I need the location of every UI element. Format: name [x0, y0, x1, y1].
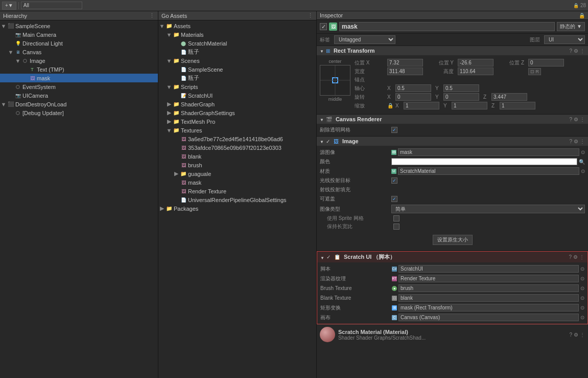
hierarchy-item-textures[interactable]: ▼ 📁 Textures — [158, 126, 316, 135]
rect-visual[interactable] — [320, 65, 350, 96]
hierarchy-item-tex2[interactable]: 🖼 353afdce70865e09b697f20123e0303 — [158, 143, 316, 152]
hierarchy-item-blank[interactable]: 🖼 blank — [158, 152, 316, 161]
script-field[interactable] — [398, 265, 579, 273]
hierarchy-item-text[interactable]: T Text (TMP) — [0, 65, 158, 74]
hierarchy-item-vase1[interactable]: 📄 瓶子 — [158, 48, 316, 56]
cr-help-btn[interactable]: ? — [569, 117, 572, 122]
hierarchy-item-textmeshpro[interactable]: ▶ 📁 TextMesh Pro — [158, 117, 316, 126]
hierarchy-item-mask_asset[interactable]: 🖼 mask — [158, 178, 316, 187]
height-input[interactable] — [458, 68, 493, 75]
canvas-ref-field[interactable] — [398, 314, 579, 321]
raycast-checkbox[interactable] — [391, 177, 397, 184]
tag-select[interactable]: Untagged — [334, 35, 395, 44]
hierarchy-item-shadergraphsettings[interactable]: ▶ 📁 ShaderGraphSettings — [158, 108, 316, 117]
width-input[interactable] — [387, 68, 423, 75]
rot-z-input[interactable] — [491, 93, 527, 101]
source-image-field[interactable] — [398, 148, 579, 156]
hierarchy-item-samplescene[interactable]: ▼ ⬛ SampleScene — [0, 21, 158, 30]
image-type-select[interactable]: 简单 — [391, 205, 585, 213]
hierarchy-item-rendertexture[interactable]: 🖼 Render Texture — [158, 187, 316, 195]
maskable-checkbox[interactable] — [391, 196, 397, 202]
obj-name-field[interactable] — [339, 22, 555, 31]
rect-settings-btn[interactable]: ⚙ — [574, 48, 578, 54]
preserve-ratio-checkbox[interactable] — [393, 224, 399, 230]
rot-x-input[interactable] — [395, 93, 431, 101]
brush-field[interactable] — [398, 284, 579, 292]
color-swatch[interactable] — [391, 158, 577, 165]
pivot-x-input[interactable] — [395, 84, 431, 92]
hierarchy-item-dirlight[interactable]: 💡 Directional Light — [0, 39, 158, 48]
hierarchy-item-eventsystem[interactable]: ⬡ EventSystem — [0, 82, 158, 91]
sui-help-btn[interactable]: ? — [569, 254, 572, 260]
hierarchy-menu-btn[interactable]: ⋮ — [149, 12, 155, 19]
rect-transform-header[interactable]: ⊞ Rect Transform ? ⚙ ⋮ — [317, 46, 588, 55]
rot-y-input[interactable] — [443, 93, 479, 101]
hierarchy-item-tex1[interactable]: 🖼 3a6ed7be77c2ed4f5e141418be06ad6 — [158, 135, 316, 143]
mat-settings-btn[interactable]: ⚙ — [574, 332, 578, 338]
hierarchy-item-materials[interactable]: ▼ 📁 Materials — [158, 30, 316, 39]
sui-settings-btn[interactable]: ⚙ — [573, 254, 578, 260]
image-header[interactable]: ✓ 🖼 Image ? ⚙ ⋮ — [317, 137, 588, 146]
source-image-pick-btn[interactable]: ⊙ — [581, 149, 585, 155]
cull-checkbox[interactable] — [391, 127, 397, 133]
blank-pick-btn[interactable]: ⊙ — [580, 295, 584, 301]
hierarchy-item-samplescene2[interactable]: 📄 SampleScene — [158, 65, 316, 74]
renderer-pick-btn[interactable]: ⊙ — [580, 276, 584, 281]
img-help-btn[interactable]: ? — [569, 139, 572, 144]
static-button[interactable]: 静态的 ▼ — [557, 22, 585, 31]
mat-menu-btn[interactable]: ⋮ — [580, 332, 585, 338]
blank-field[interactable] — [398, 294, 579, 302]
hierarchy-item-shadergraph[interactable]: ▶ 📁 ShaderGraph — [158, 100, 316, 108]
scale-z-input[interactable] — [500, 102, 535, 109]
img-menu-btn[interactable]: ⋮ — [580, 139, 585, 144]
hierarchy-item-brush[interactable]: 🖼 brush — [158, 161, 316, 169]
renderer-field[interactable] — [398, 275, 579, 282]
scale-y-input[interactable] — [452, 102, 487, 109]
sui-menu-btn[interactable]: ⋮ — [579, 254, 584, 260]
rect-ref-pick-btn[interactable]: ⊙ — [580, 305, 584, 310]
hierarchy-item-scripts[interactable]: ▼ 📁 Scripts — [158, 82, 316, 91]
material-field[interactable] — [398, 167, 579, 175]
set-native-btn[interactable]: 设置原生大小 — [433, 235, 473, 245]
rect-ref-field[interactable] — [398, 304, 579, 312]
inspector-lock-btn[interactable]: 🔒 — [579, 13, 585, 18]
hierarchy-item-vase2[interactable]: 📄 瓶子 — [158, 74, 316, 82]
hierarchy-item-assets[interactable]: ▼ 📁 Assets — [158, 21, 316, 30]
cr-menu-btn[interactable]: ⋮ — [580, 117, 585, 122]
obj-active-checkbox[interactable]: ✓ — [320, 23, 327, 30]
hierarchy-item-urp_settings[interactable]: 📄 UniversalRenderPipelineGlobalSettings — [158, 195, 316, 204]
hierarchy-item-maincamera[interactable]: 📷 Main Camera — [0, 30, 158, 39]
layer-select[interactable]: UI — [544, 35, 585, 44]
img-settings-btn[interactable]: ⚙ — [574, 139, 578, 144]
search-input[interactable] — [21, 2, 82, 9]
script-pick-btn[interactable]: ⊙ — [580, 266, 584, 272]
hierarchy-item-packages[interactable]: ▶ 📁 Packages — [158, 204, 316, 213]
hierarchy-item-scratchmat[interactable]: ⬤ ScratchMaterial — [158, 39, 316, 48]
rect-help-btn[interactable]: ? — [569, 48, 572, 54]
hierarchy-item-debugupdater[interactable]: ⬡ [Debug Updater] — [0, 108, 158, 117]
hierarchy-item-canvas[interactable]: ▼ 🖥 Canvas — [0, 48, 158, 56]
material-pick-btn[interactable]: ⊙ — [581, 168, 585, 174]
add-button[interactable]: +▼ — [2, 2, 16, 10]
pos-x-input[interactable] — [387, 59, 423, 66]
color-eyedropper[interactable]: 🔍 — [579, 159, 585, 165]
scratch-ui-header[interactable]: ✓ 📋 Scratch UI （脚本） ? ⚙ ⋮ — [317, 252, 587, 262]
hierarchy-item-dontdestroy[interactable]: ▼ ⬛ DontDestroyOnLoad — [0, 100, 158, 108]
mat-help-btn[interactable]: ? — [569, 332, 572, 338]
canvas-renderer-header[interactable]: 🎬 Canvas Renderer ? ⚙ ⋮ — [317, 115, 588, 124]
pos-z-input[interactable] — [528, 59, 564, 66]
hierarchy-item-mask[interactable]: 🖼 mask — [0, 74, 158, 82]
project-menu-btn[interactable]: ⋮ — [308, 12, 313, 19]
use-sprite-checkbox[interactable] — [393, 215, 399, 221]
rect-expand-btn[interactable]: ⊡ R — [528, 68, 541, 75]
brush-pick-btn[interactable]: ⊙ — [580, 285, 584, 291]
canvas-ref-pick-btn[interactable]: ⊙ — [580, 315, 584, 320]
scale-x-input[interactable] — [404, 102, 439, 109]
pos-y-input[interactable] — [458, 59, 493, 66]
cr-settings-btn[interactable]: ⚙ — [574, 117, 578, 122]
hierarchy-item-image[interactable]: ▼ ⬡ Image — [0, 56, 158, 65]
pivot-y-input[interactable] — [443, 84, 479, 92]
hierarchy-item-scratchui[interactable]: 📝 ScratchUI — [158, 91, 316, 100]
hierarchy-item-scenes[interactable]: ▼ 📁 Scenes — [158, 56, 316, 65]
hierarchy-item-uicamera[interactable]: 📷 UICamera — [0, 91, 158, 100]
